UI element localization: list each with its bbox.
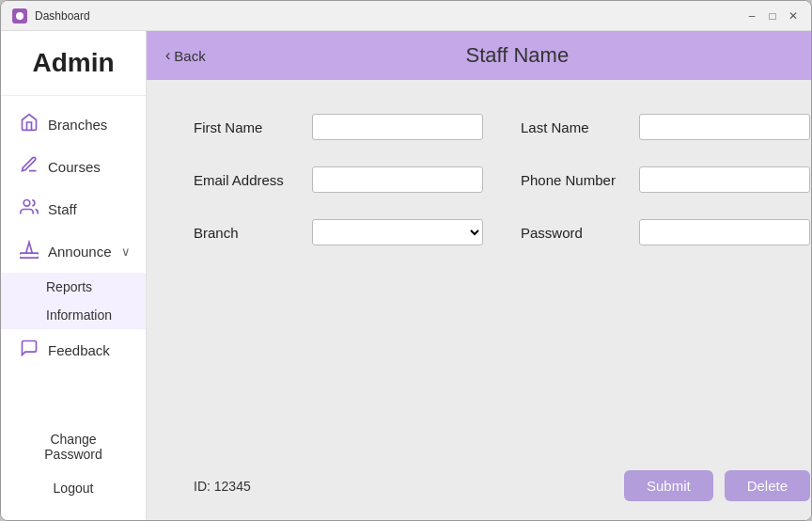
record-id: ID: 12345: [194, 479, 251, 494]
staff-icon: [20, 197, 39, 221]
window: Dashboard – □ ✕ Admin Branches: [0, 0, 812, 521]
email-label: Email Address: [194, 172, 297, 188]
password-row: Password: [521, 219, 810, 245]
courses-label: Courses: [48, 159, 101, 175]
email-row: Email Address: [194, 166, 483, 193]
sidebar-item-information[interactable]: Information: [1, 301, 146, 329]
staff-label: Staff: [48, 201, 77, 217]
sidebar-item-reports[interactable]: Reports: [1, 273, 146, 301]
sidebar-item-staff[interactable]: Staff: [1, 188, 146, 230]
minimize-button[interactable]: –: [745, 9, 758, 23]
branches-icon: [20, 113, 39, 136]
last-name-label: Last Name: [521, 119, 624, 135]
branch-select[interactable]: [312, 219, 483, 245]
branch-row: Branch: [194, 219, 483, 245]
first-name-input[interactable]: [312, 114, 483, 140]
footer-buttons: Submit Delete: [624, 470, 810, 501]
branch-label: Branch: [194, 225, 297, 241]
phone-input[interactable]: [639, 166, 810, 193]
delete-button[interactable]: Delete: [725, 470, 810, 501]
announce-icon: [20, 240, 39, 263]
sidebar-item-feedback[interactable]: Feedback: [1, 329, 146, 371]
main-layout: Admin Branches: [1, 31, 811, 520]
phone-row: Phone Number: [521, 166, 810, 193]
form-area: First Name Last Name Email Address: [147, 80, 811, 470]
back-chevron-icon: ‹: [165, 47, 170, 64]
announce-chevron-icon: ∨: [121, 245, 131, 259]
announce-submenu: Reports Information: [1, 273, 146, 329]
window-controls: – □ ✕: [745, 9, 800, 23]
back-button[interactable]: ‹ Back: [165, 47, 206, 64]
app-icon: [12, 8, 27, 24]
sidebar-item-announce[interactable]: Announce ∨: [1, 230, 146, 273]
svg-point-1: [23, 200, 30, 207]
last-name-row: Last Name: [521, 114, 810, 140]
announce-label: Announce: [48, 244, 112, 260]
close-button[interactable]: ✕: [787, 9, 800, 23]
submit-button[interactable]: Submit: [624, 470, 713, 501]
branches-label: Branches: [48, 117, 107, 133]
password-input[interactable]: [639, 219, 810, 245]
sidebar-item-courses[interactable]: Courses: [1, 146, 146, 188]
sidebar: Admin Branches: [1, 31, 147, 520]
logout-button[interactable]: Logout: [1, 471, 146, 505]
sidebar-bottom: Change Password Logout: [1, 422, 146, 520]
first-name-row: First Name: [194, 114, 483, 140]
content-header: ‹ Back Staff Name: [147, 31, 811, 80]
admin-label: Admin: [1, 31, 146, 96]
content-area: ‹ Back Staff Name First Name Last Name: [147, 31, 811, 520]
form-footer: ID: 12345 Submit Delete: [147, 470, 811, 520]
feedback-icon: [20, 339, 39, 362]
sidebar-nav: Branches Courses: [1, 96, 146, 422]
feedback-label: Feedback: [48, 342, 110, 358]
window-title: Dashboard: [35, 9, 745, 23]
sidebar-item-branches[interactable]: Branches: [1, 103, 146, 146]
maximize-button[interactable]: □: [766, 9, 779, 23]
phone-label: Phone Number: [521, 172, 624, 188]
change-password-button[interactable]: Change Password: [1, 422, 146, 471]
last-name-input[interactable]: [639, 114, 810, 140]
svg-point-0: [16, 12, 23, 20]
back-label: Back: [174, 48, 205, 64]
page-title: Staff Name: [206, 43, 811, 68]
first-name-label: First Name: [194, 119, 297, 135]
password-label: Password: [521, 225, 624, 241]
email-input[interactable]: [312, 166, 483, 193]
form-grid: First Name Last Name Email Address: [194, 114, 810, 245]
courses-icon: [20, 155, 39, 179]
titlebar: Dashboard – □ ✕: [1, 1, 811, 31]
